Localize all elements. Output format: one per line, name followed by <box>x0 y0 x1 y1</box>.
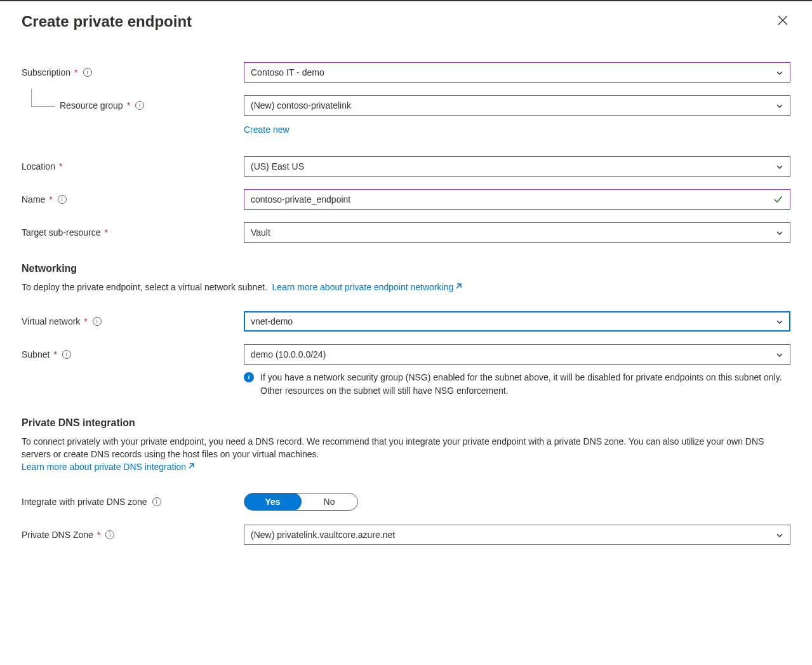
location-row: Location * (US) East US <box>22 156 790 177</box>
subnet-row: Subnet * i demo (10.0.0.0/24) <box>22 344 790 365</box>
subnet-value: demo (10.0.0.0/24) <box>251 349 326 359</box>
required-indicator: * <box>53 349 57 359</box>
tree-connector <box>31 89 55 107</box>
subnet-label: Subnet * i <box>22 349 244 359</box>
virtual-network-row: Virtual network * i vnet-demo <box>22 311 790 332</box>
target-sub-resource-row: Target sub-resource * Vault <box>22 222 790 243</box>
dns-zone-label: Private DNS Zone * i <box>22 530 244 540</box>
name-label: Name * i <box>22 194 244 205</box>
virtual-network-label: Virtual network * i <box>22 316 244 326</box>
panel-header: Create private endpoint <box>22 13 790 30</box>
toggle-yes[interactable]: Yes <box>244 493 302 511</box>
info-icon[interactable]: i <box>93 317 102 326</box>
create-new-link[interactable]: Create new <box>244 124 790 135</box>
chevron-down-icon <box>776 69 783 76</box>
target-sub-resource-value: Vault <box>251 227 270 238</box>
nsg-info-box: i If you have a network security group (… <box>244 371 790 397</box>
resource-group-row: Resource group * i (New) contoso-private… <box>22 95 790 116</box>
info-icon[interactable]: i <box>152 497 161 506</box>
target-sub-resource-label: Target sub-resource * <box>22 227 244 238</box>
info-icon[interactable]: i <box>62 350 71 359</box>
chevron-down-icon <box>776 531 783 539</box>
close-icon[interactable] <box>775 13 790 30</box>
dns-heading: Private DNS integration <box>22 417 790 429</box>
info-circle-icon: i <box>244 372 254 382</box>
integrate-label: Integrate with private DNS zone i <box>22 497 244 507</box>
subscription-label: Subscription * i <box>22 67 244 77</box>
external-link-icon <box>187 460 195 468</box>
nsg-info-row: i If you have a network security group (… <box>22 367 790 397</box>
networking-desc: To deploy the private endpoint, select a… <box>22 281 790 293</box>
create-private-endpoint-panel: Create private endpoint Subscription * i… <box>0 0 812 583</box>
info-icon[interactable]: i <box>135 101 144 110</box>
chevron-down-icon <box>776 318 783 325</box>
integrate-row: Integrate with private DNS zone i Yes No <box>22 492 790 512</box>
chevron-down-icon <box>776 102 783 109</box>
required-indicator: * <box>74 67 77 77</box>
info-icon[interactable]: i <box>83 68 92 77</box>
location-value: (US) East US <box>251 161 304 171</box>
info-icon[interactable]: i <box>58 195 67 204</box>
integrate-toggle[interactable]: Yes No <box>244 493 358 511</box>
required-indicator: * <box>59 161 62 171</box>
resource-group-label: Resource group * i <box>22 100 244 111</box>
required-indicator: * <box>97 530 100 540</box>
toggle-no[interactable]: No <box>301 494 357 510</box>
chevron-down-icon <box>776 229 783 236</box>
name-field[interactable] <box>251 194 768 205</box>
dns-desc: To connect privately with your private e… <box>22 435 790 474</box>
location-label: Location * <box>22 161 244 171</box>
panel-title: Create private endpoint <box>22 13 192 30</box>
target-sub-resource-select[interactable]: Vault <box>244 222 790 243</box>
name-row: Name * i <box>22 189 790 210</box>
dns-learn-more-link[interactable]: Learn more about private DNS integration <box>22 462 195 472</box>
virtual-network-value: vnet-demo <box>251 316 293 326</box>
create-new-row: Create new <box>22 118 790 138</box>
chevron-down-icon <box>776 163 783 170</box>
subscription-value: Contoso IT - demo <box>251 67 324 77</box>
required-indicator: * <box>127 100 130 111</box>
name-input[interactable] <box>244 189 790 210</box>
resource-group-value: (New) contoso-privatelink <box>251 100 351 111</box>
required-indicator: * <box>105 227 108 238</box>
chevron-down-icon <box>776 351 783 358</box>
virtual-network-select[interactable]: vnet-demo <box>244 311 790 332</box>
resource-group-select[interactable]: (New) contoso-privatelink <box>244 95 790 116</box>
required-indicator: * <box>49 194 52 205</box>
dns-zone-value: (New) privatelink.vaultcore.azure.net <box>251 530 395 540</box>
subscription-row: Subscription * i Contoso IT - demo <box>22 62 790 83</box>
required-indicator: * <box>84 316 87 326</box>
nsg-info-text: If you have a network security group (NS… <box>260 371 790 397</box>
networking-learn-more-link[interactable]: Learn more about private endpoint networ… <box>272 282 463 292</box>
external-link-icon <box>455 281 462 288</box>
info-icon[interactable]: i <box>105 530 114 539</box>
dns-zone-row: Private DNS Zone * i (New) privatelink.v… <box>22 525 790 545</box>
checkmark-icon <box>773 194 783 205</box>
location-select[interactable]: (US) East US <box>244 156 790 177</box>
networking-heading: Networking <box>22 263 790 274</box>
subscription-select[interactable]: Contoso IT - demo <box>244 62 790 83</box>
subnet-select[interactable]: demo (10.0.0.0/24) <box>244 344 790 365</box>
dns-zone-select[interactable]: (New) privatelink.vaultcore.azure.net <box>244 525 790 545</box>
